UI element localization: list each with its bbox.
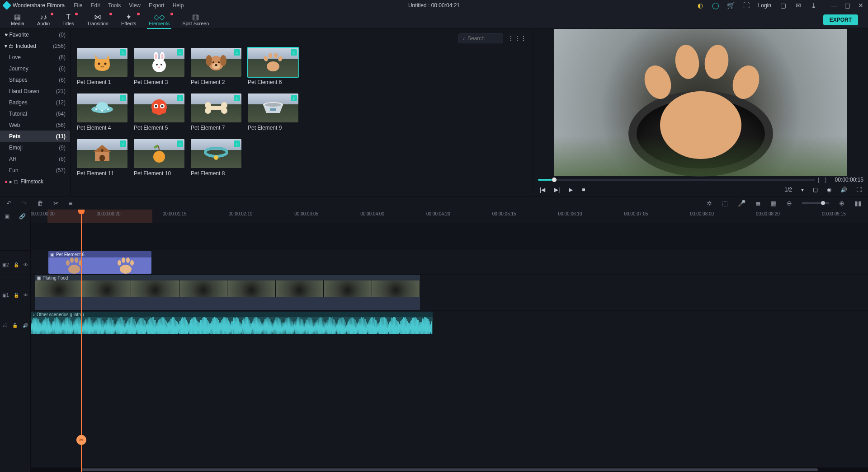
timeline-ruler[interactable]: 00:00:00:0000:00:00:2000:00:01:1500:00:0… [31,210,868,223]
zoom-dropdown-icon[interactable]: ▾ [801,187,804,193]
color-icon[interactable]: ✲ [707,200,712,207]
tab-titles[interactable]: TTitles [56,14,80,26]
volume-icon[interactable]: 🔊 [840,187,847,193]
menu-file[interactable]: File [74,2,82,9]
add-marker-icon[interactable]: ▣ [5,213,9,220]
snapshot-icon[interactable]: ◉ [827,187,831,193]
mark-out-icon[interactable]: } [825,177,827,183]
lock-icon[interactable]: 🔓 [14,293,19,298]
overlay-track[interactable]: ▣Pet Element 6 [31,250,868,275]
link-icon[interactable]: 🔗 [19,213,26,220]
green-screen-icon[interactable]: ⬚ [722,200,728,207]
sidebar-favorite[interactable]: ♥ Favorite(0) [0,29,70,40]
gift-icon[interactable]: ⛶ [743,2,750,9]
voiceover-icon[interactable]: 🎤 [738,200,745,207]
menu-export[interactable]: Export [149,2,165,9]
mixer-icon[interactable]: ≣ [755,200,761,207]
lock-icon[interactable]: 🔓 [14,262,19,267]
download-icon[interactable]: ⤓ [810,2,817,9]
sidebar-item-hand-drawn[interactable]: Hand Drawn(21) [0,85,70,97]
speaker-icon[interactable]: 🔊 [23,323,28,328]
edit-icon[interactable]: ≡ [69,200,72,207]
element-card[interactable]: ↓Pet Element 1 [77,48,127,85]
menu-help[interactable]: Help [173,2,184,9]
stop-icon[interactable]: ■ [582,187,585,193]
sidebar-item-journey[interactable]: Journey(6) [0,63,70,74]
tab-split-screen[interactable]: ▥Split Screen [176,14,215,26]
eye-icon[interactable]: 👁 [24,262,28,267]
track-header-overlay[interactable]: ▣2🔓👁 [0,250,30,275]
next-frame-icon[interactable]: ▶| [554,187,560,193]
cart-icon[interactable]: 🛒 [727,2,735,9]
zoom-fit-icon[interactable]: ▮▮ [854,200,862,207]
quality-icon[interactable]: ▢ [813,187,818,193]
tab-transition[interactable]: ⋈Transition [80,14,115,26]
element-card[interactable]: ↓Pet Element 6 [248,48,298,85]
element-card[interactable]: ↓Pet Element 11 [77,139,127,177]
login-button[interactable]: Login [758,2,771,9]
sidebar-item-badges[interactable]: Badges(12) [0,97,70,108]
eye-icon[interactable]: 👁 [24,293,28,298]
undo-icon[interactable]: ↶ [6,200,12,207]
zoom-ratio[interactable]: 1/2 [784,187,792,193]
sidebar-filmstock[interactable]: ● ▸ 🗀 Filmstock [0,176,70,187]
export-button[interactable]: EXPORT [823,14,858,25]
video-clip[interactable]: ▣Plating Food [35,275,420,297]
menu-view[interactable]: View [129,2,141,9]
search-input[interactable]: ⌕ [458,33,503,43]
tab-media[interactable]: ▦Media [5,14,31,26]
element-card[interactable]: ↓Pet Element 10 [134,139,184,177]
prev-frame-icon[interactable]: |◀ [540,187,545,193]
preview-seek-bar[interactable] [538,179,815,181]
split-icon[interactable]: ✂ [53,200,59,207]
element-card[interactable]: ↓Pet Element 7 [191,93,241,131]
grid-view-icon[interactable]: ⋮⋮⋮ [508,35,527,42]
fullscreen-icon[interactable]: ⛶ [856,187,862,193]
element-clip[interactable]: ▣Pet Element 6 [48,251,151,274]
sidebar-item-web[interactable]: Web(56) [0,119,70,131]
lock-icon[interactable]: 🔓 [12,323,18,328]
play-icon[interactable]: ▶ [569,187,573,193]
minimize-icon[interactable]: — [830,2,837,9]
keyframe-icon[interactable]: ▦ [771,200,777,207]
zoom-in-icon[interactable]: ⊕ [839,200,844,207]
mark-in-icon[interactable]: { [818,177,820,183]
tab-elements[interactable]: ◇◇Elements [142,14,176,26]
mail-icon[interactable]: ✉ [795,2,802,9]
element-card[interactable]: ↓Pet Element 2 [191,48,241,85]
zoom-slider[interactable] [802,202,829,204]
track-header-video[interactable]: ▣1🔓👁 [0,275,30,311]
tab-effects[interactable]: ✦Effects [115,14,142,26]
sidebar-item-emoji[interactable]: Emoji(9) [0,142,70,153]
element-card[interactable]: ↓Pet Element 4 [77,93,127,131]
menu-edit[interactable]: Edit [91,2,100,9]
sidebar-item-pets[interactable]: Pets(11) [0,131,70,142]
idea-icon[interactable]: ◐ [697,2,704,9]
menu-tools[interactable]: Tools [108,2,121,9]
preview-canvas[interactable] [554,29,847,176]
tab-audio[interactable]: ♪♪Audio [31,14,56,26]
playhead-split-icon[interactable]: ✂ [76,435,86,445]
element-card[interactable]: ↓Pet Element 9 [248,93,298,131]
element-card[interactable]: ↓Pet Element 3 [134,48,184,85]
timeline-scrollbar[interactable] [31,467,868,472]
element-card[interactable]: ↓Pet Element 5 [134,93,184,131]
redo-icon[interactable]: ↷ [22,200,27,207]
sidebar-item-fun[interactable]: Fun(57) [0,164,70,176]
sidebar-item-tutorial[interactable]: Tutorial(64) [0,108,70,119]
element-card[interactable]: ↓Pet Element 8 [191,139,241,177]
delete-icon[interactable]: 🗑 [37,200,43,207]
audio-clip[interactable]: ♪Other scenerios g intro) [31,312,433,334]
close-icon[interactable]: ✕ [857,2,864,9]
sidebar-item-shapes[interactable]: Shapes(6) [0,74,70,85]
audio-track[interactable]: ♪Other scenerios g intro) [31,311,868,335]
maximize-icon[interactable]: ▢ [844,2,851,9]
headphones-icon[interactable]: ◯ [712,2,719,9]
track-header-audio[interactable]: ♪1🔓🔊 [0,311,30,335]
video-track[interactable]: ▣Plating Food [31,275,868,311]
sidebar-included[interactable]: ▾ 🗀 Included(256) [0,40,70,51]
sidebar-item-ar[interactable]: AR(8) [0,153,70,164]
save-icon[interactable]: ▢ [779,2,787,9]
sidebar-item-love[interactable]: Love(6) [0,51,70,63]
zoom-out-icon[interactable]: ⊖ [787,200,792,207]
